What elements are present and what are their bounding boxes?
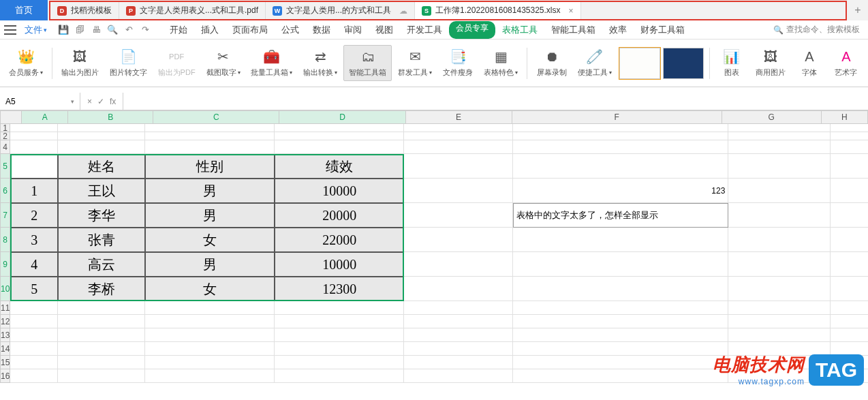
- cell[interactable]: [513, 228, 728, 252]
- cell-c8[interactable]: 女: [145, 228, 275, 252]
- cell[interactable]: [275, 328, 404, 342]
- cell[interactable]: [10, 356, 58, 369]
- ribbon-screenshot-ocr[interactable]: ✂截图取字: [202, 46, 245, 80]
- cell[interactable]: [275, 369, 404, 383]
- cell-f7[interactable]: 表格中的文字太多了，怎样全部显示: [513, 203, 728, 228]
- menu-tab-dev[interactable]: 开发工具: [400, 21, 449, 39]
- fx-icon[interactable]: fx: [110, 97, 116, 106]
- cell[interactable]: [728, 140, 831, 154]
- cell[interactable]: [404, 154, 513, 179]
- menu-tab-finance[interactable]: 财务工具箱: [634, 21, 692, 39]
- ribbon-stock-image[interactable]: 🖼商用图片: [751, 46, 790, 80]
- col-header-a[interactable]: A: [22, 110, 68, 124]
- cell[interactable]: [404, 140, 513, 154]
- accept-icon[interactable]: ✓: [97, 97, 104, 106]
- save-as-icon[interactable]: 🗐: [74, 25, 85, 35]
- cell[interactable]: [58, 342, 145, 356]
- cell[interactable]: [10, 342, 58, 356]
- cell-c5[interactable]: 性别: [145, 154, 275, 179]
- cell-d9[interactable]: 10000: [275, 252, 404, 277]
- cell[interactable]: [831, 124, 868, 132]
- cell[interactable]: [145, 315, 275, 328]
- skin-gallery[interactable]: [618, 46, 705, 80]
- row-header[interactable]: 2: [0, 132, 10, 140]
- cell-b5[interactable]: 姓名: [58, 154, 145, 179]
- cell-a6[interactable]: 1: [10, 179, 58, 203]
- cell[interactable]: [728, 301, 831, 315]
- col-header-b[interactable]: B: [68, 110, 153, 124]
- row-header-sel[interactable]: 9: [0, 252, 10, 277]
- cell[interactable]: [58, 124, 145, 132]
- cell[interactable]: [10, 124, 58, 132]
- row-header[interactable]: 12: [0, 315, 10, 328]
- add-tab-button[interactable]: +: [848, 0, 868, 20]
- col-header-d[interactable]: D: [279, 110, 405, 124]
- cell[interactable]: [404, 315, 513, 328]
- cell[interactable]: [513, 252, 728, 277]
- col-header-c[interactable]: C: [153, 110, 279, 124]
- cell[interactable]: [145, 140, 275, 154]
- cell[interactable]: [145, 328, 275, 342]
- cell[interactable]: [275, 132, 404, 140]
- cell-b9[interactable]: 高云: [58, 252, 145, 277]
- cell[interactable]: [831, 203, 868, 228]
- cell[interactable]: [58, 301, 145, 315]
- print-icon[interactable]: 🖶: [91, 25, 102, 35]
- cell-a10[interactable]: 5: [10, 277, 58, 301]
- cell[interactable]: [513, 369, 728, 383]
- row-header[interactable]: 4: [0, 140, 10, 154]
- cell[interactable]: [831, 179, 868, 203]
- cell[interactable]: [10, 301, 58, 315]
- cell[interactable]: [145, 132, 275, 140]
- skin-thumb-2[interactable]: [663, 48, 704, 79]
- row-header-sel[interactable]: 8: [0, 228, 10, 252]
- cell[interactable]: [728, 252, 831, 277]
- file-tab-xlsx-active[interactable]: S 工作簿1.20220816081435325.xlsx ×: [415, 2, 580, 19]
- cell-d8[interactable]: 22000: [275, 228, 404, 252]
- print-preview-icon[interactable]: 🔍: [107, 25, 118, 35]
- ribbon-chart[interactable]: 📊图表: [714, 46, 749, 80]
- cell-c10[interactable]: 女: [145, 277, 275, 301]
- cell[interactable]: [404, 277, 513, 301]
- cell[interactable]: [728, 328, 831, 342]
- cell[interactable]: [404, 328, 513, 342]
- cell[interactable]: [728, 179, 831, 203]
- cell[interactable]: [831, 228, 868, 252]
- cell[interactable]: [10, 328, 58, 342]
- cell[interactable]: [831, 154, 868, 179]
- menu-tab-vip[interactable]: 会员专享: [449, 21, 495, 39]
- cell-c9[interactable]: 男: [145, 252, 275, 277]
- cell[interactable]: [728, 277, 831, 301]
- cell[interactable]: [275, 301, 404, 315]
- ribbon-smart-toolbox[interactable]: 🗂智能工具箱: [343, 45, 392, 81]
- cell-d5[interactable]: 绩效: [275, 154, 404, 179]
- ribbon-export-image[interactable]: 🖼输出为图片: [57, 46, 104, 80]
- cell[interactable]: [513, 154, 728, 179]
- cell[interactable]: [513, 315, 728, 328]
- menu-tab-view[interactable]: 视图: [369, 21, 400, 39]
- ribbon-export-pdf[interactable]: PDF输出为PDF: [153, 46, 200, 80]
- cell[interactable]: [513, 140, 728, 154]
- cell[interactable]: [513, 328, 728, 342]
- save-icon[interactable]: 💾: [58, 25, 69, 35]
- cell-b10[interactable]: 李桥: [58, 277, 145, 301]
- cell[interactable]: [728, 203, 831, 228]
- row-header-sel[interactable]: 6: [0, 179, 10, 203]
- col-header-g[interactable]: G: [722, 110, 822, 124]
- cell[interactable]: [10, 132, 58, 140]
- ribbon-screen-record[interactable]: ⏺屏幕录制: [531, 46, 571, 80]
- ribbon-table-feature[interactable]: ▦表格特色: [479, 46, 523, 80]
- cell[interactable]: [404, 369, 513, 383]
- cell[interactable]: [145, 301, 275, 315]
- row-header-sel[interactable]: 10: [0, 277, 10, 301]
- cell[interactable]: [513, 277, 728, 301]
- cell[interactable]: [404, 203, 513, 228]
- cell[interactable]: [831, 277, 868, 301]
- cell[interactable]: [513, 356, 728, 369]
- row-header[interactable]: 14: [0, 342, 10, 356]
- ribbon-output-convert[interactable]: ⇄输出转换: [298, 46, 342, 80]
- cell[interactable]: [404, 252, 513, 277]
- row-header[interactable]: 16: [0, 369, 10, 383]
- cell-a9[interactable]: 4: [10, 252, 58, 277]
- cell[interactable]: [275, 140, 404, 154]
